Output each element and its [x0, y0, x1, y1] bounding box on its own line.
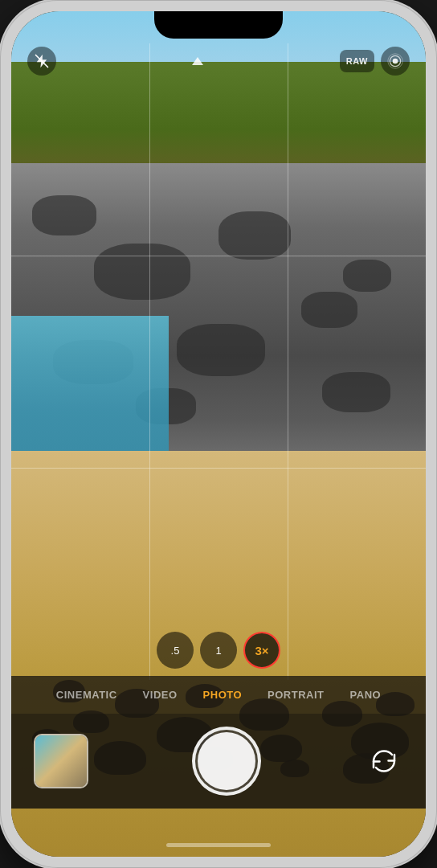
mode-portrait[interactable]: PORTRAIT: [255, 686, 337, 704]
home-indicator[interactable]: [166, 843, 271, 847]
thumbnail-image: [35, 735, 87, 787]
zoom-05-button[interactable]: .5: [157, 632, 194, 669]
live-button[interactable]: [381, 47, 410, 76]
flip-camera-icon: [366, 743, 402, 779]
flash-button[interactable]: [27, 47, 56, 76]
mode-selector: CINEMATIC VIDEO PHOTO PORTRAIT PANO: [11, 676, 426, 714]
camera-viewfinder: RAW .5 1: [11, 11, 426, 857]
flip-camera-button[interactable]: [365, 742, 403, 780]
zoom-3x-button[interactable]: 3×: [243, 632, 280, 669]
raw-button[interactable]: RAW: [340, 50, 374, 72]
live-photo-icon: [387, 53, 403, 69]
last-photo-thumbnail[interactable]: [34, 734, 88, 788]
mode-video[interactable]: VIDEO: [130, 686, 190, 704]
top-controls: RAW: [11, 47, 426, 76]
bottom-controls: [11, 714, 426, 809]
zoom-controls: .5 1 3×: [11, 632, 426, 669]
notch: [154, 11, 283, 39]
phone-screen: RAW .5 1: [11, 11, 426, 857]
mode-pano[interactable]: PANO: [337, 686, 394, 704]
up-arrow-icon: [192, 57, 203, 65]
phone-frame: RAW .5 1: [0, 0, 437, 868]
zoom-1x-button[interactable]: 1: [200, 632, 237, 669]
raw-label: RAW: [346, 56, 368, 66]
mode-photo[interactable]: PHOTO: [190, 686, 255, 704]
collapse-arrow[interactable]: [192, 57, 203, 65]
shutter-button[interactable]: [192, 727, 261, 796]
mode-cinematic[interactable]: CINEMATIC: [43, 686, 130, 704]
shutter-inner-circle: [198, 732, 255, 790]
flash-icon: [34, 53, 50, 69]
svg-point-1: [393, 59, 398, 64]
